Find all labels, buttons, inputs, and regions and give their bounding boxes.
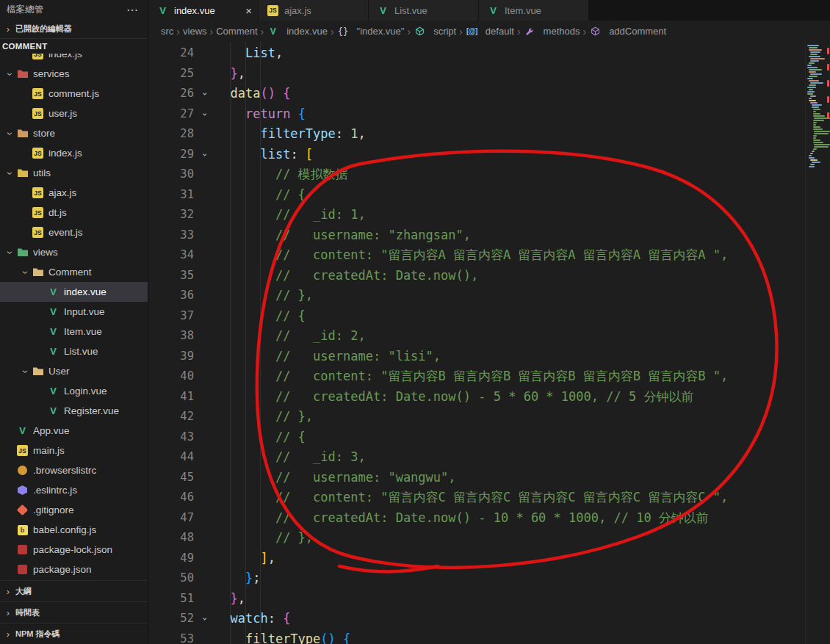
- breadcrumb-item-index.vue[interactable]: Vindex.vue: [267, 26, 328, 37]
- fold-icon[interactable]: ›: [194, 609, 215, 629]
- code-line: 24 List,: [148, 43, 805, 64]
- code-line: 51 },: [148, 589, 805, 609]
- tree-item-user[interactable]: ›User: [0, 361, 148, 381]
- folder-icon: [16, 68, 29, 80]
- minimap-line: [813, 122, 817, 123]
- breadcrumb-item-src[interactable]: src: [161, 26, 173, 37]
- tree-item-register.vue[interactable]: VRegister.vue: [0, 401, 148, 421]
- minimap[interactable]: [805, 42, 830, 644]
- tree-item-label: Comment: [48, 267, 92, 278]
- outline-label: 大綱: [15, 586, 32, 597]
- tree-item-utils[interactable]: ›utils: [0, 163, 148, 183]
- minimap-line: [809, 80, 819, 82]
- npm-scripts-section[interactable]: › NPM 指令碼: [0, 623, 148, 644]
- tree-item-main.js[interactable]: JSmain.js: [0, 441, 148, 460]
- tree-item-views[interactable]: ›views: [0, 242, 148, 262]
- code-line: 26› data() {: [148, 84, 805, 104]
- breadcrumb-item-default[interactable]: [@]default: [466, 26, 514, 37]
- minimap-line: [810, 82, 823, 84]
- minimap-line: [810, 153, 813, 154]
- babel-icon: b: [16, 524, 29, 536]
- minimap-line: [809, 157, 815, 159]
- js-icon: JS: [32, 54, 44, 60]
- minimap-line: [810, 164, 815, 165]
- tree-item-services[interactable]: ›services: [0, 64, 148, 84]
- tree-item-login.vue[interactable]: VLogin.vue: [0, 381, 148, 401]
- tree-item-label: comment.js: [48, 88, 99, 99]
- minimap-line: [810, 60, 819, 62]
- fold-icon[interactable]: ›: [194, 145, 215, 165]
- fold-icon[interactable]: ›: [194, 104, 215, 125]
- minimap-line: [809, 89, 813, 90]
- tree-item-index.js[interactable]: JSindex.js: [0, 143, 148, 163]
- minimap-line: [810, 54, 818, 55]
- breadcrumb-item-script[interactable]: script: [414, 26, 456, 37]
- tree-item-.gitignore[interactable]: .gitignore: [0, 500, 148, 520]
- minimap-line: [807, 91, 815, 93]
- code-line: 38 // _id: 2,: [148, 326, 805, 347]
- code-line: 39 // username: "lisi",: [148, 347, 805, 367]
- close-icon[interactable]: ×: [245, 5, 252, 16]
- chevron-icon: ›: [4, 128, 16, 140]
- tab-item.vue[interactable]: VItem.vue: [479, 0, 589, 21]
- code-text: },: [215, 589, 245, 609]
- breadcrumb-item-comment[interactable]: Comment: [216, 26, 257, 37]
- tab-index.vue[interactable]: Vindex.vue×: [148, 0, 259, 21]
- vue-icon: V: [377, 4, 389, 16]
- vue-icon: V: [47, 306, 59, 318]
- tree-item-ajax.js[interactable]: JSajax.js: [0, 183, 148, 203]
- code-text: ],: [215, 549, 275, 569]
- tree-item-label: package-lock.json: [33, 544, 112, 555]
- tree-item-label: main.js: [33, 445, 65, 456]
- app-window: 檔案總管 ⋯ › 已開啟的編輯器 COMMENT JSindex.js›serv…: [0, 0, 830, 644]
- line-number: 46: [148, 488, 194, 508]
- tab-list.vue[interactable]: VList.vue: [369, 0, 479, 21]
- breadcrumb-label: src: [161, 26, 173, 37]
- breadcrumb-item-index.vue[interactable]: {}"index.vue": [337, 26, 405, 37]
- tree-item-babel.config.js[interactable]: bbabel.config.js: [0, 520, 148, 540]
- breadcrumb-item-addcomment[interactable]: addComment: [589, 26, 666, 37]
- minimap-line: [809, 100, 816, 101]
- more-actions-icon[interactable]: ⋯: [126, 3, 139, 17]
- tree-item-store[interactable]: ›store: [0, 123, 148, 143]
- tree-item-label: App.vue: [33, 425, 70, 436]
- breadcrumb-label: views: [183, 26, 207, 37]
- tree-item-.browserslistrc[interactable]: .browserslistrc: [0, 460, 148, 480]
- fold-spacer: [194, 347, 215, 367]
- code-text: data() {: [215, 84, 290, 104]
- tree-item-comment[interactable]: ›Comment: [0, 262, 148, 282]
- code-line: 53 filterType() {: [148, 629, 805, 644]
- tree-item-event.js[interactable]: JSevent.js: [0, 222, 148, 242]
- tree-item-list.vue[interactable]: VList.vue: [0, 341, 148, 361]
- minimap-line: [813, 115, 825, 117]
- tree-item-package-lock.json[interactable]: package-lock.json: [0, 540, 148, 560]
- outline-section[interactable]: › 大綱: [0, 580, 148, 601]
- fold-icon[interactable]: ›: [194, 84, 215, 104]
- breadcrumb-item-views[interactable]: views: [183, 26, 207, 37]
- tree-item-input.vue[interactable]: VInput.vue: [0, 302, 148, 322]
- tab-ajax.js[interactable]: JSajax.js: [259, 0, 369, 21]
- minimap-line: [807, 78, 813, 79]
- minimap-line: [813, 120, 824, 121]
- open-editors-section[interactable]: › 已開啟的編輯器: [0, 20, 148, 39]
- tree-item-user.js[interactable]: JSuser.js: [0, 104, 148, 123]
- code-line: 25 },: [148, 64, 805, 84]
- tree-item-app.vue[interactable]: VApp.vue: [0, 421, 148, 441]
- tree-item-index.js[interactable]: JSindex.js: [0, 54, 148, 64]
- timeline-section[interactable]: › 時間表: [0, 601, 148, 623]
- tree-item-dt.js[interactable]: JSdt.js: [0, 203, 148, 222]
- code-editor[interactable]: 24 List,25 },26› data() {27› return {28 …: [148, 42, 830, 644]
- project-section-header[interactable]: COMMENT: [0, 39, 148, 54]
- tree-item-package.json[interactable]: package.json: [0, 560, 148, 579]
- code-line: 52› watch: {: [148, 609, 805, 629]
- tree-item-item.vue[interactable]: VItem.vue: [0, 322, 148, 341]
- tree-item-comment.js[interactable]: JScomment.js: [0, 84, 148, 104]
- tree-item-.eslintrc.js[interactable]: .eslintrc.js: [0, 480, 148, 500]
- code-text: // username: "wangwu",: [215, 468, 456, 488]
- tree-item-index.vue[interactable]: Vindex.vue: [0, 282, 148, 302]
- code-area[interactable]: 24 List,25 },26› data() {27› return {28 …: [148, 42, 805, 644]
- breadcrumb-item-methods[interactable]: methods: [524, 26, 580, 37]
- eslint-icon: [16, 485, 29, 496]
- breadcrumb-separator-icon: ›: [407, 26, 411, 37]
- line-number: 34: [148, 245, 194, 266]
